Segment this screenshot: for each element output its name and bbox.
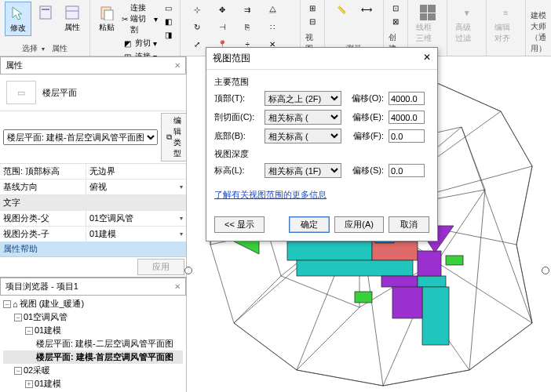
svg-rect-7 <box>287 241 372 260</box>
mirror-icon: ⧋ <box>266 3 279 16</box>
view-ico1: ⊞ <box>307 2 318 13</box>
wall-icon: ▭ <box>162 2 173 13</box>
paste-icon <box>97 3 116 22</box>
arrow-icon <box>9 4 27 23</box>
align-icon: ⊹ <box>191 3 203 16</box>
offset-icon: ⇉ <box>241 3 254 16</box>
svg-rect-5 <box>104 10 113 20</box>
filter-icon: ▼ <box>458 3 476 22</box>
svg-rect-8 <box>372 241 418 260</box>
svg-rect-11 <box>418 276 446 287</box>
dim-icon: ⟷ <box>360 3 373 16</box>
svg-rect-10 <box>381 276 418 287</box>
copy-icon: ⎘ <box>241 20 254 33</box>
type-properties-tool[interactable] <box>33 2 58 36</box>
svg-rect-1 <box>42 9 49 10</box>
svg-rect-16 <box>446 256 463 265</box>
grid-bubble[interactable] <box>542 267 549 274</box>
learn-more-link[interactable]: 了解有关视图范围的更多信息 <box>214 189 327 201</box>
doc-icon <box>36 3 55 22</box>
close-icon[interactable]: ✕ <box>174 61 181 70</box>
close-icon[interactable]: ✕ <box>174 282 181 291</box>
view-ico2: ⊟ <box>307 16 318 27</box>
rotate-icon: ↻ <box>191 20 203 33</box>
level-offset-input[interactable] <box>389 164 425 177</box>
dialog-title: 视图范围 <box>213 52 250 65</box>
left-panels: 属性✕ ▭ 楼层平面 楼层平面: 建模-首层空调风管平面图 ⧉编辑类型 范围: … <box>0 56 187 392</box>
svg-rect-13 <box>422 287 449 345</box>
view-range-dialog: 视图范围 ✕ 主要范围 顶部(T): 标高之上 (2F) 偏移(O): 剖切面(… <box>206 47 438 241</box>
cut-icon: ◩ <box>122 38 133 49</box>
editalign-icon: ≡ <box>497 3 516 22</box>
close-icon[interactable]: ✕ <box>423 52 431 65</box>
svg-rect-20 <box>355 292 372 303</box>
top-select[interactable]: 标高之上 (2F) <box>265 91 341 106</box>
instance-selector[interactable]: 楼层平面: 建模-首层空调风管平面图 <box>3 129 158 145</box>
trim2-icon: ⊣ <box>216 20 228 33</box>
svg-rect-9 <box>297 260 413 276</box>
tree-toggle[interactable]: − <box>3 300 11 308</box>
cut-select[interactable]: 相关标高 ( <box>265 110 341 125</box>
properties-icon <box>63 3 82 22</box>
apply-properties-button[interactable]: 应用 <box>137 259 184 275</box>
move-icon: ✥ <box>216 3 228 16</box>
properties-tool[interactable]: 属性 <box>60 2 85 36</box>
svg-rect-0 <box>40 6 51 19</box>
modify-tool[interactable]: 修改 <box>5 2 31 36</box>
svg-rect-14 <box>392 287 422 318</box>
apply-button[interactable]: 应用(A) <box>334 216 384 233</box>
property-help-link[interactable]: 属性帮助 <box>0 241 186 256</box>
tree-item[interactable]: 楼层平面: 建模-二层空调风管平面图 <box>3 337 183 350</box>
primary-range-label: 主要范围 <box>214 76 429 88</box>
cancel-button[interactable]: 取消 <box>389 216 429 233</box>
tree-item-selected[interactable]: 楼层平面: 建模-首层空调风管平面图 <box>3 350 183 364</box>
show-button[interactable]: << 显示 <box>214 216 265 233</box>
array-icon: ∷ <box>266 20 279 33</box>
edit-type-button[interactable]: ⧉编辑类型 <box>161 113 187 162</box>
wireframe-icon <box>418 3 437 22</box>
cope-icon: ✂ <box>122 13 128 24</box>
cut-geom-tool[interactable]: ◩剪切 ▾ <box>120 37 159 49</box>
scale-icon: ⤢ <box>191 38 203 50</box>
bottom-offset-input[interactable] <box>389 129 425 143</box>
view-depth-label: 视图深度 <box>214 148 429 160</box>
paste-tool[interactable]: 粘贴 <box>95 2 119 63</box>
type-thumbnail-icon: ▭ <box>6 81 36 104</box>
cope-tool[interactable]: ✂连接端切割 ▾ <box>120 2 159 36</box>
trim-icon: ◨ <box>162 29 173 40</box>
level-select[interactable]: 相关标高 (1F) <box>265 163 341 178</box>
svg-rect-2 <box>66 6 78 19</box>
project-browser: 项目浏览器 - 项目1✕ −⌂视图 (建业_暖通) −01空调风管 −01建模 … <box>0 277 186 392</box>
type-selector[interactable]: 楼层平面 <box>42 87 77 99</box>
split-icon: ◧ <box>162 16 173 27</box>
ok-button[interactable]: 确定 <box>289 216 330 233</box>
bottom-select[interactable]: 相关标高 ( <box>265 129 341 143</box>
property-grid[interactable]: 范围: 顶部标高无边界 基线方向俯视 文字 视图分类-父01空调风管 视图分类-… <box>0 164 186 241</box>
cut-offset-input[interactable] <box>389 111 425 124</box>
grid-bubble[interactable] <box>184 267 192 274</box>
svg-rect-12 <box>418 251 441 276</box>
properties-panel-title: 属性✕ <box>0 56 186 74</box>
measure-icon: 📏 <box>335 3 348 16</box>
top-offset-input[interactable] <box>389 92 425 105</box>
